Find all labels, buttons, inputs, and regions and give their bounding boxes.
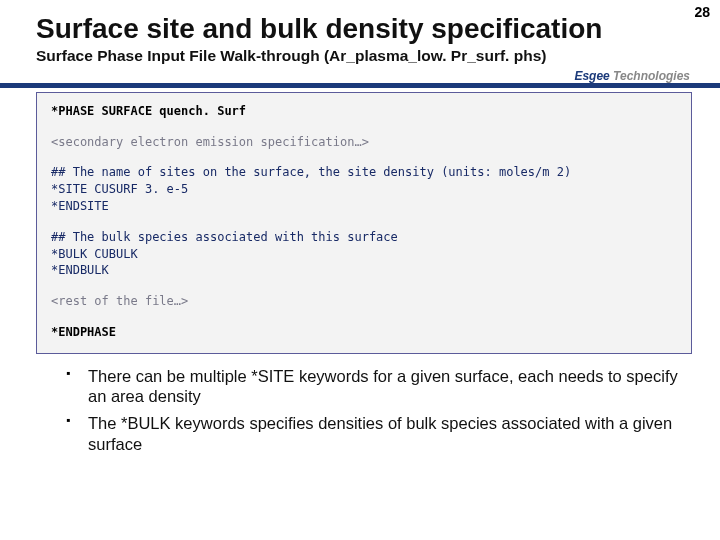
list-item: The *BULK keywords specifies densities o… [66, 413, 682, 454]
page-number: 28 [694, 4, 710, 20]
slide-content: Surface site and bulk density specificat… [0, 0, 720, 454]
code-site-block: ## The name of sites on the surface, the… [51, 164, 677, 214]
code-endphase: *ENDPHASE [51, 324, 677, 341]
page-subtitle: Surface Phase Input File Walk-through (A… [36, 47, 692, 65]
logo-right: Technologies [613, 69, 690, 83]
code-comment-sites: ## The name of sites on the surface, the… [51, 164, 677, 181]
divider: Esgee Technologies [36, 73, 692, 88]
page-title: Surface site and bulk density specificat… [36, 14, 692, 45]
code-rest-placeholder: <rest of the file…> [51, 293, 677, 310]
code-bulk-block: ## The bulk species associated with this… [51, 229, 677, 279]
bullet-list: There can be multiple *SITE keywords for… [66, 366, 682, 455]
code-endbulk: *ENDBULK [51, 262, 677, 279]
code-bulk-line: *BULK CUBULK [51, 246, 677, 263]
code-site-line: *SITE CUSURF 3. e-5 [51, 181, 677, 198]
code-block: *PHASE SURFACE quench. Surf <secondary e… [36, 92, 692, 354]
logo-left: Esgee [574, 69, 609, 83]
code-header: *PHASE SURFACE quench. Surf [51, 103, 677, 120]
code-endsite: *ENDSITE [51, 198, 677, 215]
code-comment-bulk: ## The bulk species associated with this… [51, 229, 677, 246]
list-item: There can be multiple *SITE keywords for… [66, 366, 682, 407]
divider-bar [0, 83, 720, 88]
logo: Esgee Technologies [572, 69, 692, 83]
code-secondary-placeholder: <secondary electron emission specificati… [51, 134, 677, 151]
